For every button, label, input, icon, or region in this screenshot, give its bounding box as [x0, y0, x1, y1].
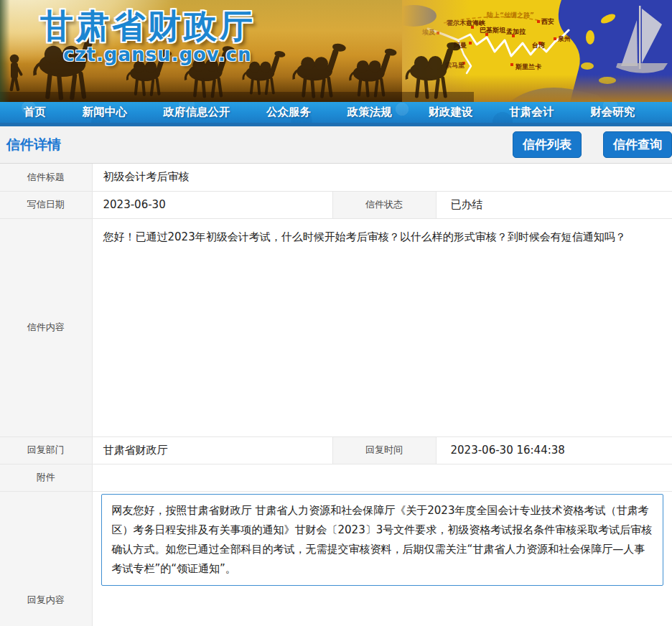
map-route-label: 陆上“丝绸之路”: [487, 11, 534, 19]
letter-detail-table: 信件标题 初级会计考后审核 写信日期 2023-06-30 信件状态 已办结 信…: [0, 164, 672, 626]
nav-item-public-service[interactable]: 公众服务: [266, 105, 311, 120]
nav-item-accounting-research[interactable]: 财会研究: [590, 105, 635, 120]
letter-content-cell: 您好！已通过2023年初级会计考试，什么时候开始考后审核？以什么样的形式审核？到…: [92, 218, 672, 436]
table-row: 写信日期 2023-06-30 信件状态 已办结: [0, 191, 672, 218]
letter-content-text: 您好！已通过2023年初级会计考试，什么时候开始考后审核？以什么样的形式审核？到…: [93, 219, 672, 246]
table-row: 信件标题 初级会计考后审核: [0, 164, 672, 191]
nav-item-home[interactable]: 首页: [24, 105, 46, 120]
map-label-xian: 西安: [541, 17, 554, 25]
reply-time-label: 回复时间: [332, 436, 436, 464]
site-banner: 陆上“丝绸之路” 西安 泉州 台湾 孟加拉 巴基斯坦 霍尔木兹海峡 阿曼 埃及 …: [0, 0, 672, 102]
nav-item-finance-construction[interactable]: 财政建设: [429, 105, 473, 120]
reply-content-label: 回复内容: [0, 491, 92, 626]
write-date-value: 2023-06-30: [92, 191, 332, 218]
map-label-taiwan: 台湾: [532, 42, 546, 49]
map-label-bengal: 孟加拉: [505, 28, 526, 35]
table-row: 回复内容 网友您好，按照甘肃省财政厅 甘肃省人力资源和社会保障厅《关于2023年…: [0, 491, 672, 626]
nav-item-news[interactable]: 新闻中心: [83, 105, 127, 120]
table-row: 信件内容 您好！已通过2023年初级会计考试，什么时候开始考后审核？以什么样的形…: [0, 218, 672, 436]
reply-time-value: 2023-06-30 16:44:38: [436, 436, 672, 464]
attachment-label: 附件: [0, 464, 92, 491]
page-title: 信件详情: [6, 136, 61, 154]
letter-status-value: 已办结: [436, 191, 672, 218]
letter-title-label: 信件标题: [0, 164, 92, 191]
nav-item-policies[interactable]: 政策法规: [347, 105, 392, 120]
table-row: 附件: [0, 464, 672, 491]
reply-dept-label: 回复部门: [0, 436, 92, 464]
write-date-label: 写信日期: [0, 191, 92, 218]
attachment-value: [92, 464, 672, 491]
main-nav: 首页 新闻中心 政府信息公开 公众服务 政策法规 财政建设 甘肃会计 财会研究: [0, 102, 672, 126]
site-logo-title: 甘肃省财政厅: [40, 4, 256, 49]
map-label-srilanka: 斯里兰卡: [515, 63, 542, 70]
letter-status-label: 信件状态: [332, 191, 436, 218]
letter-title-value: 初级会计考后审核: [92, 164, 672, 191]
letter-search-button[interactable]: 信件查询: [603, 131, 672, 158]
page-title-bar: 信件详情 信件列表 信件查询: [0, 126, 672, 164]
table-row: 回复部门 甘肃省财政厅 回复时间 2023-06-30 16:44:38: [0, 436, 672, 464]
reply-content-box: 网友您好，按照甘肃省财政厅 甘肃省人力资源和社会保障厅《关于2023年度全国会计…: [101, 494, 664, 586]
reply-dept-value: 甘肃省财政厅: [92, 436, 332, 464]
nav-item-gansu-accounting[interactable]: 甘肃会计: [509, 105, 554, 120]
nav-item-info-disclosure[interactable]: 政府信息公开: [163, 105, 230, 120]
letter-list-button[interactable]: 信件列表: [513, 131, 582, 158]
banner-left-edge: [0, 0, 10, 102]
map-label-pakistan: 巴基斯坦: [480, 27, 506, 34]
site-logo-url: czt.gansu.gov.cn: [63, 44, 251, 65]
map-label-quanzhou: 泉州: [557, 35, 571, 42]
reply-content-cell: 网友您好，按照甘肃省财政厅 甘肃省人力资源和社会保障厅《关于2023年度全国会计…: [92, 491, 672, 626]
letter-content-label: 信件内容: [0, 218, 92, 436]
